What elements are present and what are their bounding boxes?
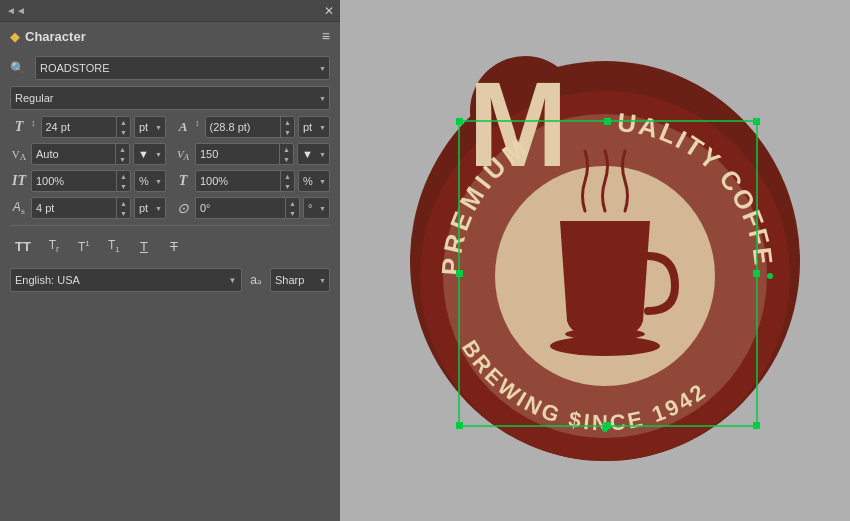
antialiasing-select[interactable]: Sharp Crisp Strong Smooth None: [270, 268, 330, 292]
leading-unit[interactable]: pt: [298, 116, 330, 138]
leading-up[interactable]: ▲: [281, 117, 294, 127]
handle-top-right: [753, 118, 760, 125]
horiz-scale-unit-wrap: %: [298, 170, 330, 192]
leading-arrow-icon: ↕: [195, 118, 200, 128]
tracking-down[interactable]: ▼: [280, 154, 293, 164]
leading-input[interactable]: [206, 121, 281, 133]
panel-top-bar: ◄◄ ✕: [0, 0, 340, 22]
baseline-up[interactable]: ▲: [117, 198, 130, 208]
font-size-spinner: ▲ ▼: [116, 117, 130, 137]
tracking-up[interactable]: ▲: [280, 144, 293, 154]
rotate-unit[interactable]: °: [303, 197, 330, 219]
font-style-select[interactable]: Regular: [10, 86, 330, 110]
kerning-input-wrap: ▲ ▼: [31, 143, 130, 165]
font-size-icon: T: [10, 119, 28, 135]
font-size-arrow-icon: ↕: [31, 118, 36, 128]
baseline-down[interactable]: ▼: [117, 208, 130, 218]
leading-input-wrap: ▲ ▼: [205, 116, 296, 138]
anchor-point-bottom: [602, 426, 608, 432]
vert-scale-unit[interactable]: %: [134, 170, 166, 192]
rotate-item: ⊙ ▲ ▼ °: [174, 197, 330, 219]
baseline-spinner: ▲ ▼: [116, 198, 130, 218]
divider: [10, 225, 330, 226]
scale-grid: IT ▲ ▼ % T: [10, 170, 330, 192]
kerning-unit[interactable]: ▼: [133, 143, 166, 165]
baseline-rotate-grid: A± ▲ ▼ pt ⊙: [10, 197, 330, 219]
font-size-up[interactable]: ▲: [117, 117, 130, 127]
language-row: English: USA aₐ Sharp Crisp Strong Smoot…: [10, 268, 330, 292]
diamond-icon: ◆: [10, 29, 20, 44]
vert-scale-spinner: ▲ ▼: [116, 171, 130, 191]
vert-scale-input[interactable]: [32, 175, 116, 187]
font-family-select[interactable]: ROADSTORE: [35, 56, 330, 80]
leading-unit-wrap: pt: [298, 116, 330, 138]
large-m-letter: M: [468, 57, 568, 191]
horiz-scale-up[interactable]: ▲: [281, 171, 294, 181]
baseline-icon: A±: [10, 200, 28, 216]
cup-body: [560, 221, 650, 334]
tracking-input-wrap: ▲ ▼: [195, 143, 294, 165]
tracking-unit[interactable]: ▼: [297, 143, 330, 165]
canvas-area: PREMIUM UALITY COFFEE BREWING $INCE 1942…: [340, 0, 850, 521]
rotate-input-wrap: ▲ ▼: [195, 197, 300, 219]
baseline-unit[interactable]: pt: [134, 197, 166, 219]
kerning-up[interactable]: ▲: [116, 144, 129, 154]
panel-title: Character: [25, 29, 86, 44]
font-family-select-wrap: ROADSTORE: [35, 56, 330, 80]
vert-scale-input-wrap: ▲ ▼: [31, 170, 131, 192]
rotate-input[interactable]: [196, 202, 285, 214]
vert-scale-item: IT ▲ ▼ %: [10, 170, 166, 192]
horiz-scale-input[interactable]: [196, 175, 280, 187]
kerning-tracking-grid: VA ▲ ▼ ▼ VA: [10, 143, 330, 165]
font-size-unit[interactable]: pt: [134, 116, 166, 138]
rotate-icon: ⊙: [174, 200, 192, 216]
baseline-unit-wrap: pt: [134, 197, 166, 219]
language-select[interactable]: English: USA: [10, 268, 242, 292]
strikethrough-button[interactable]: T: [164, 237, 184, 256]
language-select-wrap: English: USA: [10, 268, 242, 292]
vert-scale-unit-wrap: %: [134, 170, 166, 192]
font-size-unit-wrap: pt: [134, 116, 166, 138]
close-button[interactable]: ✕: [324, 4, 334, 18]
collapse-icon[interactable]: ◄◄: [6, 5, 26, 16]
font-size-down[interactable]: ▼: [117, 127, 130, 137]
saucer: [550, 336, 660, 356]
font-style-select-wrap: Regular: [10, 86, 330, 110]
kerning-item: VA ▲ ▼ ▼: [10, 143, 166, 165]
handle-bottom-left: [456, 422, 463, 429]
menu-icon[interactable]: ≡: [322, 28, 330, 44]
horiz-scale-spinner: ▲ ▼: [280, 171, 294, 191]
baseline-item: A± ▲ ▼ pt: [10, 197, 166, 219]
small-caps-button[interactable]: Tr: [44, 236, 64, 256]
leading-down[interactable]: ▼: [281, 127, 294, 137]
tracking-spinner: ▲ ▼: [279, 144, 293, 164]
tracking-icon: VA: [174, 148, 192, 160]
aa-label: aₐ: [250, 273, 262, 287]
horiz-scale-input-wrap: ▲ ▼: [195, 170, 295, 192]
rotate-up[interactable]: ▲: [286, 198, 299, 208]
tracking-input[interactable]: [196, 148, 279, 160]
kerning-down[interactable]: ▼: [116, 154, 129, 164]
panel-header: ◆ Character ≡: [0, 22, 340, 48]
baseline-input-wrap: ▲ ▼: [31, 197, 131, 219]
superscript-button[interactable]: T1: [74, 237, 94, 256]
underline-button[interactable]: T: [134, 237, 154, 256]
horiz-scale-unit[interactable]: %: [298, 170, 330, 192]
all-caps-button[interactable]: TT: [12, 237, 34, 256]
font-size-input[interactable]: [42, 121, 117, 133]
font-size-input-wrap: ▲ ▼: [41, 116, 132, 138]
vert-scale-down[interactable]: ▼: [117, 181, 130, 191]
baseline-input[interactable]: [32, 202, 116, 214]
horiz-scale-down[interactable]: ▼: [281, 181, 294, 191]
subscript-button[interactable]: T1: [104, 236, 124, 256]
anchor-point-right: [767, 273, 773, 279]
leading-spinner: ▲ ▼: [280, 117, 294, 137]
kerning-input[interactable]: [32, 148, 115, 160]
tracking-item: VA ▲ ▼ ▼: [174, 143, 330, 165]
rotate-down[interactable]: ▼: [286, 208, 299, 218]
handle-top-left: [456, 118, 463, 125]
rotate-unit-wrap: °: [303, 197, 330, 219]
vert-scale-up[interactable]: ▲: [117, 171, 130, 181]
horiz-scale-item: T ▲ ▼ %: [174, 170, 330, 192]
handle-mid-right: [753, 270, 760, 277]
